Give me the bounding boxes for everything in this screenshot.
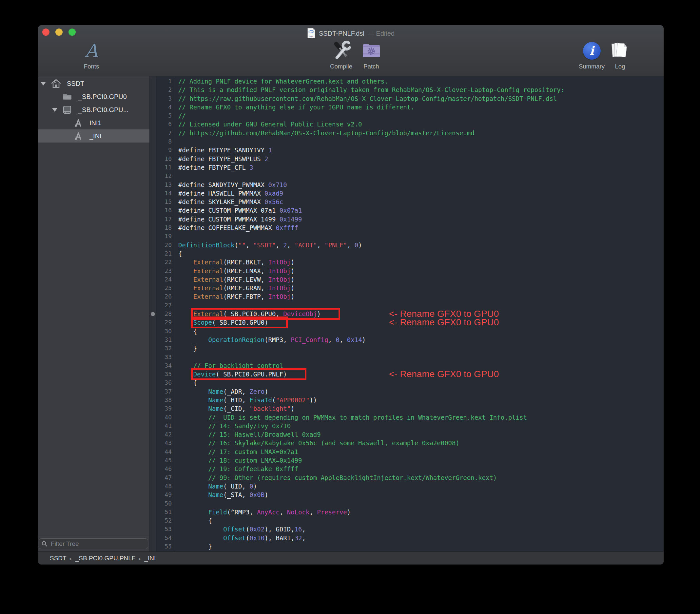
breadcrumb-item[interactable]: _INI <box>144 555 156 562</box>
log-button[interactable]: Log <box>610 41 630 70</box>
code-line: 11#define FBTYPE_CFL 3 <box>156 163 664 172</box>
code-editor[interactable]: 1// Adding PNLF device for WhateverGreen… <box>156 76 664 551</box>
zoom-button[interactable] <box>68 28 76 36</box>
fonts-label: Fonts <box>78 63 104 70</box>
code-line: 33 <box>156 353 664 361</box>
line-number: 8 <box>156 137 174 146</box>
close-button[interactable] <box>42 28 49 36</box>
code-line: 35 Device(_SB.PCI0.GPU.PNLF)<- Rename GF… <box>156 370 664 378</box>
code-text: #define FBTYPE_SANDYIVY 1 <box>174 146 272 154</box>
tree-item-label: _INI <box>89 133 102 140</box>
tree-item-sb-pci0-gpu0[interactable]: _SB.PCI0.GPU0 <box>38 90 149 103</box>
code-text: { <box>174 378 197 387</box>
code-line: 9#define FBTYPE_SANDYIVY 1 <box>156 146 664 154</box>
tree-item-label: _SB.PCI0.GPU0 <box>78 93 127 101</box>
line-number: 32 <box>156 344 174 352</box>
code-line: 56 <box>156 551 664 551</box>
code-line: 36 { <box>156 378 664 387</box>
code-text: // https://raw.githubusercontent.com/Reh… <box>174 95 557 103</box>
folder-icon <box>62 92 78 102</box>
code-text: // Licensed under GNU General Public Lic… <box>174 120 362 128</box>
fonts-button[interactable]: A Fonts <box>78 41 104 70</box>
code-line: 40 // _UID is set depending on PWMMax to… <box>156 413 664 422</box>
code-text: External(RMCF.GRAN, IntObj) <box>174 284 295 292</box>
breadcrumb-separator-icon: ▸ <box>70 556 72 561</box>
line-number: 55 <box>156 542 174 551</box>
editor-gutter <box>150 76 156 551</box>
code-line: 44 // 17: custom LMAX=0x7a1 <box>156 448 664 456</box>
code-text: Offset(0x02), GDID,16, <box>174 525 306 534</box>
code-line: 2// This is a modified PNLF version orig… <box>156 86 664 94</box>
line-number: 54 <box>156 534 174 542</box>
code-line: 46 // 19: CoffeeLake 0xffff <box>156 465 664 473</box>
rename-annotation: <- Rename GFX0 to GPU0 <box>389 318 499 327</box>
code-line: 1// Adding PNLF device for WhateverGreen… <box>156 77 664 86</box>
code-text: // 19: CoffeeLake 0xffff <box>174 465 298 473</box>
code-text: Field(^RMP3, AnyAcc, NoLock, Preserve) <box>174 508 351 516</box>
tree-item-ini1[interactable]: INI1 <box>38 116 149 129</box>
code-line: 24 External(RMCF.LEVW, IntObj) <box>156 275 664 284</box>
summary-button[interactable]: i Summary <box>573 41 611 70</box>
code-line: 38 Name(_HID, EisaId("APP0002")) <box>156 396 664 404</box>
code-text: External(RMCF.LEVW, IntObj) <box>174 275 295 284</box>
code-text <box>174 301 178 310</box>
summary-label: Summary <box>573 63 611 70</box>
tree-item-sb-pci0-gpu[interactable]: _SB.PCI0.GPU... <box>38 103 149 116</box>
line-number: 25 <box>156 284 174 292</box>
line-number: 56 <box>156 551 174 551</box>
line-number: 10 <box>156 155 174 163</box>
code-line: 21{ <box>156 249 664 258</box>
line-number: 33 <box>156 353 174 361</box>
code-text: // <box>174 111 186 120</box>
code-text: Name(_CID, "backlight") <box>174 404 295 413</box>
compile-button[interactable]: Compile <box>321 41 361 70</box>
document-title: SSDT-PNLF.dsl <box>319 30 364 37</box>
line-number: 44 <box>156 448 174 456</box>
code-text: External(RMCF.FBTP, IntObj) <box>174 292 295 301</box>
code-text: Name(_HID, EisaId("APP0002")) <box>174 396 317 404</box>
red-annotation-box: Scope(_SB.PCI0.GPU0) <box>193 319 285 326</box>
line-number: 36 <box>156 378 174 387</box>
code-line: 54 Offset(0x10), BAR1,32, <box>156 534 664 542</box>
drive-icon <box>62 104 78 115</box>
code-line: 30 { <box>156 327 664 336</box>
patch-button[interactable]: Patch <box>356 41 387 70</box>
code-line: 48 Name(_UID, 0) <box>156 482 664 490</box>
tree-item-ini[interactable]: _INI <box>38 129 149 142</box>
breadcrumb-item[interactable]: _SB.PCI0.GPU.PNLF <box>75 555 136 562</box>
code-line: 31 OperationRegion(RMP3, PCI_Config, 0, … <box>156 336 664 344</box>
line-number: 38 <box>156 396 174 404</box>
code-line: 8 <box>156 137 664 146</box>
code-line: 45 // 18: custom LMAX=0x1499 <box>156 456 664 465</box>
code-text <box>174 137 178 146</box>
line-number: 16 <box>156 206 174 215</box>
minimize-button[interactable] <box>55 28 63 36</box>
summary-info-icon: i <box>573 41 611 61</box>
code-text: OperationRegion(RMP3, PCI_Config, 0, 0x1… <box>174 336 366 344</box>
method-icon <box>73 131 89 141</box>
line-number: 48 <box>156 482 174 490</box>
tree-item-label: INI1 <box>89 119 102 127</box>
disclosure-triangle[interactable] <box>52 108 62 112</box>
breadcrumb-item[interactable]: SSDT <box>50 555 66 562</box>
svg-text:DSL: DSL <box>309 35 314 38</box>
line-number: 23 <box>156 267 174 275</box>
line-number: 21 <box>156 249 174 258</box>
code-text: DefinitionBlock("", "SSDT", 2, "ACDT", "… <box>174 241 362 249</box>
code-line: 53 Offset(0x02), GDID,16, <box>156 525 664 534</box>
log-pages-icon <box>610 41 630 61</box>
line-number: 26 <box>156 292 174 301</box>
code-text: { <box>174 327 197 336</box>
code-text: #define COFFEELAKE_PWMMAX 0xffff <box>174 224 298 232</box>
line-number: 40 <box>156 413 174 422</box>
filter-tree-input[interactable] <box>39 538 148 549</box>
code-text: Device(_SB.PCI0.GPU.PNLF) <box>174 370 304 378</box>
acpi-tree: SSDT_SB.PCI0.GPU0_SB.PCI0.GPU...INI1_INI <box>38 76 149 535</box>
disclosure-triangle[interactable] <box>41 82 50 86</box>
code-text <box>174 172 178 180</box>
line-number: 34 <box>156 361 174 370</box>
tree-item-ssdt[interactable]: SSDT <box>38 77 149 90</box>
code-text: Name(_UID, 0) <box>174 482 257 490</box>
code-line: 18#define COFFEELAKE_PWMMAX 0xffff <box>156 224 664 232</box>
filter-bar <box>38 535 149 551</box>
